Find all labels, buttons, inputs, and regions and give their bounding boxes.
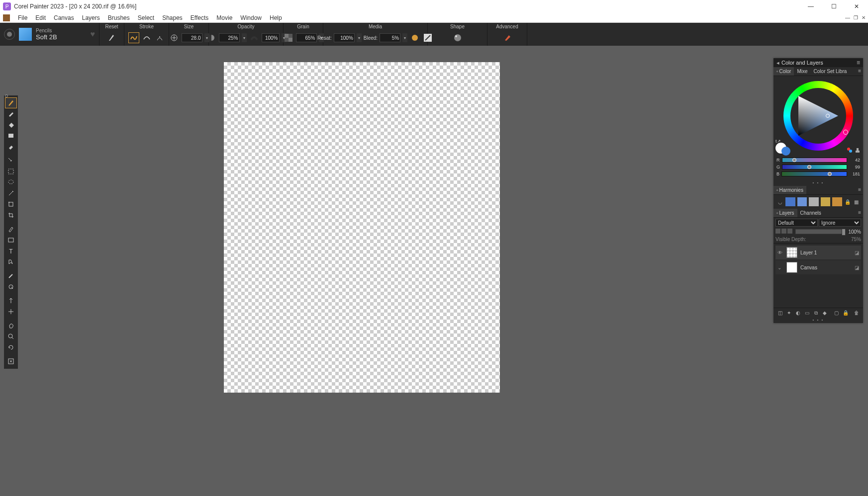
maximize-button[interactable]: ☐ [822,0,845,13]
harmonies-menu-icon[interactable]: ≡ [856,186,863,194]
doc-restore-button[interactable]: ❐ [852,15,859,20]
layer-opacity-slider[interactable] [795,229,844,234]
lock-icon[interactable] [781,229,787,235]
bleed-input[interactable]: 5% [380,33,400,42]
harmony-mode-icon[interactable]: ◡ [776,198,783,205]
b-slider[interactable] [781,171,847,176]
color-wheel[interactable]: t↗ [773,76,863,156]
harmony-swatch-2[interactable] [797,197,807,206]
menu-window[interactable]: Window [236,14,266,21]
burn-tool[interactable] [5,281,17,292]
menu-help[interactable]: Help [266,14,286,21]
menu-effects[interactable]: Effects [187,14,212,21]
harmony-swatch-3[interactable] [809,197,819,206]
layer-adjuster-tool[interactable] [5,155,17,166]
stroke-line-button[interactable] [141,32,152,43]
kaleidoscope-tool[interactable] [5,306,17,317]
g-slider[interactable] [782,165,847,169]
r-slider[interactable] [782,158,848,163]
tab-color-set[interactable]: Color Set Libra [811,67,850,76]
layer-flag-icon[interactable]: ◪ [855,265,859,270]
new-canvas-button[interactable]: ▢ [833,310,840,317]
lasso-tool[interactable] [5,177,17,188]
layers-menu-icon[interactable]: ≡ [856,209,863,217]
crop-tool[interactable] [5,210,17,221]
close-button[interactable]: ✕ [845,0,868,13]
color-stamp-icon[interactable] [854,147,861,154]
harmony-swatch-5[interactable] [832,197,842,206]
menu-shapes[interactable]: Shapes [158,14,187,21]
menu-select[interactable]: Select [134,14,158,21]
menu-layers[interactable]: Layers [78,14,104,21]
media-color-icon[interactable] [409,32,420,43]
layer-group-button[interactable]: ▭ [803,310,810,317]
rect-select-tool[interactable] [5,166,17,177]
menu-brushes[interactable]: Brushes [104,14,134,21]
shape-select-tool[interactable] [5,256,17,267]
shape-rect-tool[interactable] [5,235,17,246]
depth-mode-select[interactable]: Ignore [819,219,861,227]
layer-thumbnail[interactable] [786,247,797,258]
blend-mode-select[interactable]: Default [775,219,818,227]
dropper-tool[interactable] [5,108,17,119]
menu-edit[interactable]: Edit [31,14,50,21]
harmony-swatch-4[interactable] [821,197,831,206]
screen-mode-button[interactable] [5,356,17,367]
tab-color[interactable]: ▫Color [773,67,794,76]
layer-fx-button[interactable]: ✦ [785,310,792,317]
panel-menu-icon[interactable]: ≡ [857,59,860,66]
layer-duplicate-button[interactable]: ⧉ [812,310,819,317]
resat-input[interactable]: 100% [334,33,355,42]
sv-indicator[interactable] [826,114,830,118]
doc-close-button[interactable]: ✕ [860,15,867,20]
toolbox-grip[interactable] [5,94,8,97]
visibility-icon[interactable]: ⌄ [777,265,783,270]
opacity-icon[interactable] [206,32,217,43]
layer-flag-icon[interactable]: ◪ [855,250,859,255]
harmony-lock-icon[interactable]: 🔒 [844,198,851,205]
layer-item[interactable]: 👁 Layer 1 ◪ [775,246,861,259]
brush-tool[interactable] [5,97,17,108]
pick-canvas-icon[interactable] [787,229,793,235]
grabber-tool[interactable] [5,320,17,331]
resat-dropdown[interactable]: ▾ [357,33,362,42]
tab-mixer[interactable]: Mixe [794,67,810,76]
layer-thumbnail[interactable] [786,262,797,273]
stroke-align-button[interactable] [154,32,165,43]
primary-color-swatch[interactable] [781,147,790,156]
rectangle-tool[interactable] [5,130,17,141]
delete-layer-button[interactable]: 🗑 [853,310,860,317]
opacity-stroke-icon[interactable] [249,32,260,43]
pen-tool[interactable] [5,224,17,235]
opacity-dropdown[interactable]: ▾ [242,33,247,42]
panel-resize-grip[interactable]: • • • [773,180,863,186]
brush-dab-preview[interactable] [4,29,15,40]
harmony-add-icon[interactable]: ▦ [853,198,860,205]
new-layer-button[interactable]: ◫ [776,310,783,317]
mirror-tool[interactable] [5,295,17,306]
clone-color-icon[interactable] [846,147,853,154]
size-input[interactable]: 28.0 [182,33,202,42]
minimize-button[interactable]: — [799,0,822,13]
bleed-dropdown[interactable]: ▾ [402,33,407,42]
text-tool[interactable]: T [5,246,17,256]
magnifier-tool[interactable] [5,331,17,342]
menu-canvas[interactable]: Canvas [50,14,78,21]
canvas[interactable] [224,62,500,393]
hue-indicator[interactable] [843,130,848,135]
paint-bucket-tool[interactable] [5,119,17,130]
brush-selector[interactable]: Pencils Soft 2B ♥ [0,23,99,46]
reset-tool-button[interactable] [106,32,117,43]
shape-sphere-icon[interactable] [452,32,463,43]
menu-file[interactable]: File [14,14,31,21]
grain-icon[interactable] [283,32,294,43]
layer-type-button[interactable]: ◆ [821,310,828,317]
size-icon[interactable] [169,32,180,43]
opacity-input[interactable]: 25% [219,33,240,42]
advanced-brush-button[interactable] [502,32,513,43]
tab-harmonies[interactable]: ▫Harmonies [773,186,806,194]
layer-lock-button[interactable]: 🔒 [842,310,849,317]
lock-transparency-icon[interactable] [775,229,781,235]
temporal-color-icon[interactable]: t↗ [775,139,781,144]
layer-item[interactable]: ⌄ Canvas ◪ [775,260,861,274]
